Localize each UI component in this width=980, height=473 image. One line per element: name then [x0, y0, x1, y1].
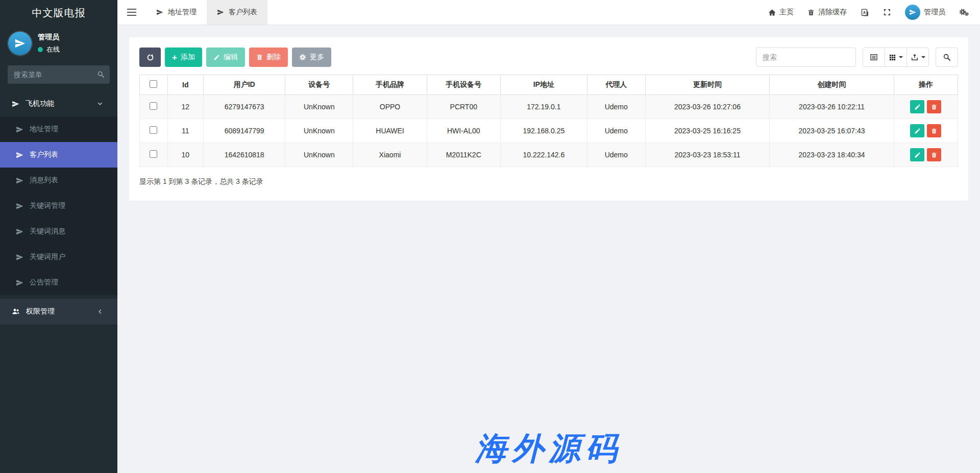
edit-button[interactable]: 编辑 — [206, 48, 245, 67]
sidebar-item-plane-functions[interactable]: 飞机功能 — [0, 91, 117, 116]
pencil-icon — [914, 128, 921, 134]
paper-plane-icon — [16, 202, 23, 210]
sidebar-item-announcement-mgmt[interactable]: 公告管理 — [0, 270, 117, 295]
col-ip: IP地址 — [500, 75, 587, 95]
cell-device: UnKnown — [285, 119, 353, 143]
home-link[interactable]: 主页 — [768, 8, 794, 17]
row-checkbox[interactable] — [150, 126, 157, 134]
sidebar-search-input[interactable] — [8, 65, 110, 84]
sidebar-item-permission-mgmt[interactable]: 权限管理 — [0, 299, 117, 324]
online-status-dot — [38, 47, 43, 52]
paper-plane-icon — [12, 100, 19, 108]
cell-brand: OPPO — [353, 95, 427, 119]
sidebar-item-keyword-message[interactable]: 关键词消息 — [0, 219, 117, 244]
paper-plane-icon — [16, 279, 23, 287]
trash-icon — [807, 9, 815, 16]
sidebar-search — [8, 65, 110, 84]
toggle-view-button[interactable] — [863, 48, 885, 67]
caret-down-icon — [899, 56, 903, 58]
export-button[interactable] — [906, 48, 929, 67]
trash-icon — [931, 152, 937, 158]
col-agent: 代理人 — [587, 75, 645, 95]
refresh-icon — [146, 54, 154, 61]
telegram-plane-icon — [14, 38, 26, 49]
cell-user-id: 6279147673 — [204, 95, 285, 119]
sidebar-item-keyword-mgmt[interactable]: 关键词管理 — [0, 193, 117, 219]
table-row[interactable]: 10 1642610818 UnKnown Xiaomi M2011K2C 10… — [140, 143, 958, 167]
add-button[interactable]: + 添加 — [165, 48, 202, 67]
row-delete-button[interactable] — [927, 124, 941, 137]
trash-icon — [931, 128, 937, 134]
cell-agent: Udemo — [587, 119, 645, 143]
top-navbar: 地址管理 客户列表 主页 清除缓存 — [117, 0, 980, 25]
trash-icon — [931, 104, 937, 110]
col-device: 设备号 — [285, 75, 353, 95]
table-row[interactable]: 11 6089147799 UnKnown HUAWEI HWI-AL00 19… — [140, 119, 958, 143]
cell-updated: 2023-03-25 16:16:25 — [645, 119, 770, 143]
row-checkbox[interactable] — [150, 150, 157, 158]
paper-plane-icon — [217, 9, 224, 16]
delete-label: 删除 — [266, 53, 281, 62]
pencil-icon — [914, 152, 921, 158]
row-checkbox[interactable] — [150, 102, 157, 110]
col-model: 手机设备号 — [427, 75, 500, 95]
row-delete-button[interactable] — [927, 148, 941, 161]
settings-button[interactable] — [959, 8, 969, 16]
col-brand: 手机品牌 — [353, 75, 427, 95]
cogs-icon — [959, 8, 969, 16]
language-button[interactable] — [861, 8, 869, 17]
cell-id: 10 — [167, 143, 204, 167]
row-edit-button[interactable] — [910, 124, 924, 137]
tab-customer-list[interactable]: 客户列表 — [207, 0, 267, 25]
columns-button[interactable] — [885, 48, 907, 67]
sidebar: 中文版电报 管理员 在线 飞机功能 地址管理 — [0, 0, 117, 473]
cell-device: UnKnown — [285, 143, 353, 167]
navbar-right: 主页 清除缓存 管理员 — [768, 0, 980, 25]
view-button-group — [863, 48, 929, 67]
users-icon — [12, 308, 20, 316]
search-icon — [943, 53, 951, 61]
customer-table: Id 用户ID 设备号 手机品牌 手机设备号 IP地址 代理人 更新时间 创建时… — [139, 75, 958, 167]
row-delete-button[interactable] — [927, 100, 941, 113]
tab-label: 地址管理 — [168, 8, 197, 17]
paper-plane-icon — [16, 228, 23, 235]
detail-view-icon — [870, 53, 878, 61]
row-edit-button[interactable] — [910, 148, 924, 161]
search-submit-button[interactable] — [936, 48, 958, 67]
col-id: Id — [167, 75, 204, 95]
brand-title: 中文版电报 — [0, 0, 117, 26]
admin-name: 管理员 — [924, 8, 945, 17]
tab-address-mgmt[interactable]: 地址管理 — [146, 0, 207, 25]
more-button[interactable]: 更多 — [292, 48, 331, 67]
cell-created: 2023-03-23 18:40:34 — [770, 143, 894, 167]
user-name: 管理员 — [38, 33, 60, 42]
cell-model: HWI-AL00 — [427, 119, 500, 143]
clear-cache-link[interactable]: 清除缓存 — [807, 8, 847, 17]
pencil-icon — [213, 54, 220, 61]
sidebar-toggle-button[interactable] — [117, 0, 146, 25]
cell-ip: 172.19.0.1 — [500, 95, 587, 119]
table-search-input[interactable] — [756, 48, 856, 67]
select-all-checkbox[interactable] — [150, 80, 157, 88]
admin-profile[interactable]: 管理员 — [905, 5, 945, 20]
chevron-left-icon — [97, 309, 103, 315]
delete-button[interactable]: 删除 — [249, 48, 288, 67]
fullscreen-button[interactable] — [883, 8, 891, 16]
pencil-icon — [914, 104, 921, 110]
table-toolbar: + 添加 编辑 删除 更多 — [139, 48, 958, 67]
toolbar-right — [756, 48, 958, 67]
sidebar-item-customer-list[interactable]: 客户列表 — [0, 142, 117, 168]
refresh-button[interactable] — [139, 48, 161, 67]
sidebar-item-keyword-user[interactable]: 关键词用户 — [0, 244, 117, 270]
sidebar-item-address-mgmt[interactable]: 地址管理 — [0, 116, 117, 142]
col-actions: 操作 — [894, 75, 958, 95]
sidebar-item-message-list[interactable]: 消息列表 — [0, 168, 117, 193]
table-row[interactable]: 12 6279147673 UnKnown OPPO PCRT00 172.19… — [140, 95, 958, 119]
cell-created: 2023-03-25 16:07:43 — [770, 119, 894, 143]
paper-plane-icon — [156, 9, 163, 16]
col-created: 创建时间 — [770, 75, 894, 95]
home-label: 主页 — [779, 8, 794, 17]
search-icon[interactable] — [97, 70, 105, 78]
row-edit-button[interactable] — [910, 100, 924, 113]
cell-ip: 192.168.0.25 — [500, 119, 587, 143]
